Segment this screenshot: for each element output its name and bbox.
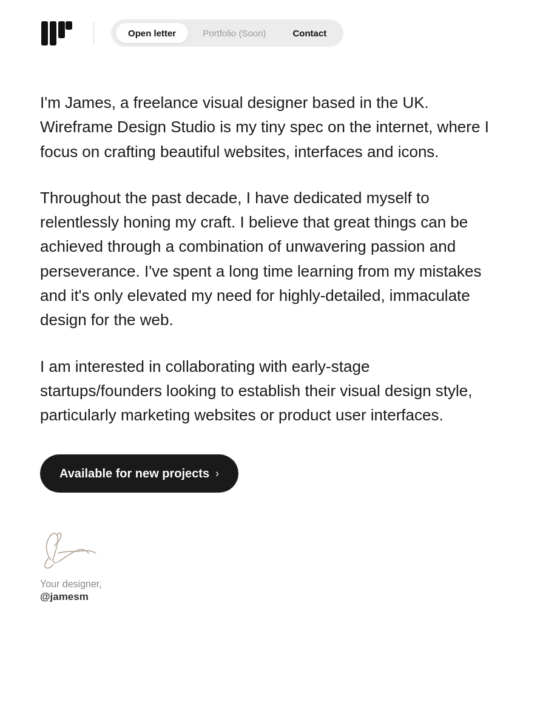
logo[interactable]: [40, 20, 76, 47]
nav-item-portfolio[interactable]: Portfolio (Soon): [191, 23, 278, 43]
paragraph-intro: I'm James, a freelance visual designer b…: [40, 90, 495, 164]
signature-section: Your designer, @jamesm: [40, 527, 495, 639]
cta-button[interactable]: Available for new projects ›: [40, 454, 238, 493]
main-content: I'm James, a freelance visual designer b…: [40, 61, 495, 639]
header: Open letter Portfolio (Soon) Contact: [40, 0, 520, 61]
signature-handle: @jamesm: [40, 591, 495, 603]
svg-rect-0: [41, 21, 48, 46]
svg-rect-2: [58, 21, 65, 38]
chevron-right-icon: ›: [215, 467, 219, 480]
nav-item-open-letter[interactable]: Open letter: [116, 23, 188, 43]
logo-icon: [40, 20, 76, 47]
nav-item-contact[interactable]: Contact: [280, 23, 339, 43]
header-divider: [93, 22, 94, 44]
paragraph-collaboration: I am interested in collaborating with ea…: [40, 354, 495, 428]
paragraph-decade: Throughout the past decade, I have dedic…: [40, 186, 495, 332]
signature-label: Your designer,: [40, 579, 495, 590]
svg-rect-3: [66, 21, 72, 30]
signature-image: [40, 527, 101, 569]
cta-label: Available for new projects: [59, 467, 209, 480]
main-nav: Open letter Portfolio (Soon) Contact: [111, 19, 343, 47]
svg-rect-1: [50, 21, 56, 46]
